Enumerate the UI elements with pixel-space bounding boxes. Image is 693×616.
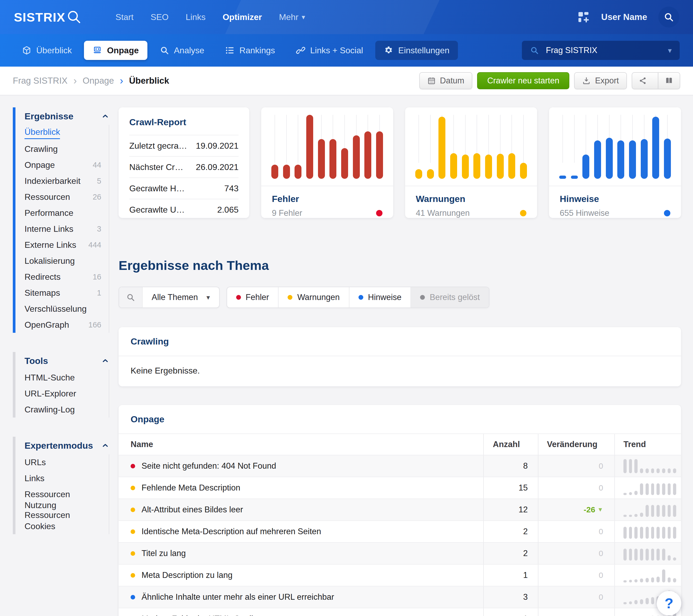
sidebar-item-berblick[interactable]: Überblick	[24, 125, 109, 141]
sidebar-item-ressourcen[interactable]: Ressourcen 26	[24, 189, 109, 205]
sidebar-item-opengraph[interactable]: OpenGraph 166	[24, 317, 109, 333]
sidebar-item-nutzung-ressourcen[interactable]: Nutzung Ressourcen	[24, 502, 109, 518]
trend-bar	[656, 527, 660, 539]
filter-warnungen[interactable]: Warnungen	[278, 287, 349, 307]
trend-bar	[629, 459, 632, 473]
chevron-down-icon: ▾	[206, 293, 210, 302]
column-header-trend[interactable]: Trend	[614, 434, 681, 455]
stat-card-fehler[interactable]: Fehler 9 Fehler	[261, 107, 393, 218]
nav-item-optimizer[interactable]: Optimizer	[222, 12, 262, 22]
chart-bar	[582, 155, 589, 179]
sidebar-item-links[interactable]: Links	[24, 470, 109, 486]
sidebar-section-header-tools[interactable]: Tools	[24, 352, 109, 370]
datum-button[interactable]: Datum	[419, 72, 472, 89]
trend-bar	[668, 577, 671, 582]
stat-card-hinweise[interactable]: Hinweise 655 Hinweise	[549, 107, 681, 218]
sidebar-item-lokalisierung[interactable]: Lokalisierung	[24, 253, 109, 269]
help-button[interactable]: ?	[657, 591, 681, 615]
tab-einstellungen[interactable]: Einstellungen	[375, 41, 458, 60]
sidebar-item-indexierbarkeit[interactable]: Indexierbarkeit 5	[24, 173, 109, 189]
sidebar-item-crawling-log[interactable]: Crawling-Log	[24, 402, 109, 417]
sidebar-item-redirects[interactable]: Redirects 16	[24, 269, 109, 285]
chart-bar	[664, 139, 671, 179]
nav-item-start[interactable]: Start	[115, 12, 134, 22]
docs-button[interactable]	[658, 73, 680, 89]
nav-item-mehr[interactable]: Mehr▾	[279, 12, 305, 22]
nav-item-seo[interactable]: SEO	[151, 12, 169, 22]
filter-hinweise[interactable]: Hinweise	[349, 287, 411, 307]
stat-subtitle-row: 9 Fehler	[272, 208, 382, 218]
filter-fehler[interactable]: Fehler	[227, 287, 278, 307]
sidebar-item-sitemaps[interactable]: Sitemaps 1	[24, 285, 109, 301]
severity-filter-group: Fehler Warnungen Hinweise Bereits gelöst	[226, 287, 490, 308]
sidebar-item-label: OpenGraph	[24, 320, 69, 330]
topic-filter-dropdown[interactable]: Alle Themen ▾	[142, 287, 219, 307]
table-row[interactable]: Fehlende Meta Description 15 0	[119, 477, 681, 498]
sidebar-item-label: HTML-Suche	[24, 373, 75, 383]
share-button[interactable]	[632, 73, 654, 89]
chart-bar	[438, 117, 446, 179]
sidebar-section-header-expertenmodus[interactable]: Expertenmodus	[24, 437, 109, 454]
table-row[interactable]: Seite nicht gefunden: 404 Not Found 8 0	[119, 455, 681, 477]
column-header-anzahl[interactable]: Anzahl	[483, 434, 538, 455]
chart-slot	[353, 115, 360, 179]
nav-item-links[interactable]: Links	[185, 12, 205, 22]
trend-bar	[634, 491, 637, 495]
chart-slot	[473, 115, 480, 179]
table-row[interactable]: Ähnliche Inhalte unter mehr als einer UR…	[119, 586, 681, 608]
filter-label: Warnungen	[297, 292, 340, 302]
gear-icon	[384, 45, 393, 55]
table-row[interactable]: Titel zu lang 2 0	[119, 542, 681, 564]
sidebar-item-verschl-sselung[interactable]: Verschlüsselung	[24, 301, 109, 317]
issue-change-cell: 0	[538, 564, 614, 586]
column-header-name[interactable]: Name	[119, 434, 483, 455]
table-row[interactable]: Meta Description zu lang 1 0	[119, 564, 681, 586]
tab-analyse[interactable]: Analyse	[151, 41, 213, 60]
book-icon	[665, 77, 673, 85]
column-header-ver-nderung[interactable]: Veränderung	[538, 434, 614, 455]
apps-grid-icon[interactable]	[577, 11, 590, 24]
sidebar-item-performance[interactable]: Performance	[24, 205, 109, 221]
tab-label: Analyse	[174, 45, 204, 56]
chart-bar	[271, 165, 278, 179]
stat-card-warnungen[interactable]: Warnungen 41 Warnungen	[405, 107, 537, 218]
export-button[interactable]: Export	[574, 72, 627, 89]
tab-links-social[interactable]: Links + Social	[287, 41, 372, 60]
trend-bar	[668, 555, 671, 560]
sidebar-item-crawling[interactable]: Crawling	[24, 141, 109, 157]
tab-berblick[interactable]: Überblick	[13, 41, 80, 60]
table-row[interactable]: Identische Meta-Description auf mehreren…	[119, 520, 681, 542]
trend-bar	[651, 597, 654, 604]
sidebar-item-interne-links[interactable]: Interne Links 3	[24, 221, 109, 237]
trend-bar	[629, 527, 632, 539]
restart-crawler-button[interactable]: Crawler neu starten	[477, 72, 570, 89]
table-row[interactable]: Markup-Fehler im HTML-Quelltext 1 0	[119, 608, 681, 616]
sidebar-section-header-ergebnisse[interactable]: Ergebnisse	[24, 107, 109, 125]
sidebar-item-ressourcen[interactable]: Ressourcen	[24, 486, 109, 502]
chart-bar	[295, 165, 301, 179]
sidebar-item-urls[interactable]: URLs	[24, 454, 109, 470]
filter-bereits-gel-st[interactable]: Bereits gelöst	[411, 287, 489, 307]
breadcrumb-link-frag-sistrix[interactable]: Frag SISTRIX	[13, 76, 67, 86]
tab-onpage[interactable]: Onpage	[84, 41, 147, 60]
table-row[interactable]: Alt-Attribut eines Bildes leer 12 -26 ▼	[119, 498, 681, 520]
tab-rankings[interactable]: Rankings	[216, 41, 283, 60]
breadcrumb-link-onpage[interactable]: Onpage	[83, 76, 114, 86]
project-search-input[interactable]: Frag SISTRIX ▾	[522, 41, 680, 60]
sidebar-item-label: Performance	[24, 208, 73, 218]
chart-bar	[485, 155, 492, 179]
sidebar-item-url-explorer[interactable]: URL-Explorer	[24, 386, 109, 402]
chart-bar	[497, 154, 504, 179]
sidebar-item-html-suche[interactable]: HTML-Suche	[24, 370, 109, 386]
crawl-report-row: Gecrawlte H… 743	[129, 178, 239, 199]
trend-bar	[673, 505, 676, 517]
trend-bar	[651, 505, 654, 517]
topic-search-button[interactable]	[119, 287, 142, 307]
global-search-button[interactable]	[658, 7, 679, 27]
user-name[interactable]: User Name	[601, 12, 647, 22]
sidebar-item-externe-links[interactable]: Externe Links 444	[24, 237, 109, 253]
sistrix-logo[interactable]: SISTRIX	[14, 10, 81, 24]
sidebar-item-onpage[interactable]: Onpage 44	[24, 157, 109, 173]
sidebar-item-cookies[interactable]: Cookies	[24, 518, 109, 534]
chart-slot	[617, 115, 624, 179]
